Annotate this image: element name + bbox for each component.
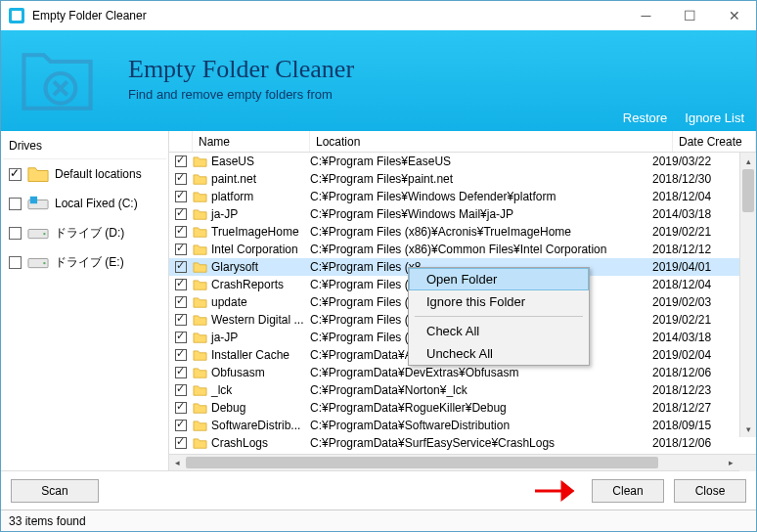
app-window: Empty Folder Cleaner ─ ☐ ✕ Empty Folder … (0, 0, 757, 532)
minimize-button[interactable]: ─ (624, 1, 668, 30)
button-bar: Scan Clean Close (1, 470, 756, 510)
row-name: Installer Cache (211, 348, 289, 362)
row-location: C:¥Program Files¥Windows Mail¥ja-JP (310, 207, 652, 221)
vertical-scrollbar[interactable]: ▴ ▾ (739, 153, 756, 437)
scroll-up-icon[interactable]: ▴ (740, 153, 756, 169)
close-button[interactable]: Close (674, 479, 746, 503)
drive-checkbox[interactable] (9, 256, 22, 269)
row-date: 2018/12/23 (652, 383, 735, 397)
scan-button[interactable]: Scan (11, 479, 99, 503)
row-name: update (211, 295, 247, 309)
table-row[interactable]: ObfusasmC:¥ProgramData¥DevExtras¥Obfusas… (169, 364, 739, 381)
row-checkbox[interactable] (175, 349, 187, 361)
scroll-down-icon[interactable]: ▾ (740, 421, 756, 437)
row-date: 2019/02/21 (652, 313, 735, 327)
drive-label: Default locations (55, 167, 142, 181)
table-row[interactable]: _lckC:¥ProgramData¥Norton¥_lck2018/12/23 (169, 381, 739, 399)
table-row[interactable]: ja-JPC:¥Program Files¥Windows Mail¥ja-JP… (169, 205, 739, 223)
scroll-left-icon[interactable]: ◂ (169, 455, 186, 470)
row-date: 2019/02/04 (652, 348, 735, 362)
drive-checkbox[interactable] (9, 227, 22, 240)
row-checkbox[interactable] (175, 261, 187, 273)
row-date: 2018/12/27 (652, 401, 735, 415)
table-row[interactable]: DebugC:¥ProgramData¥RogueKiller¥Debug201… (169, 399, 739, 417)
hscroll-thumb[interactable] (186, 457, 658, 468)
drive-item[interactable]: Local Fixed (C:) (3, 189, 166, 218)
row-checkbox[interactable] (175, 420, 187, 431)
table-row[interactable]: platformC:¥Program Files¥Windows Defende… (169, 188, 739, 205)
table-row[interactable]: EaseUSC:¥Program Files¥EaseUS2019/03/22 (169, 153, 739, 170)
folder-icon (193, 226, 207, 238)
drive-icon (27, 253, 49, 271)
row-checkbox[interactable] (175, 296, 187, 308)
folder-icon (193, 402, 207, 414)
menu-check-all[interactable]: Check All (409, 320, 589, 342)
col-location[interactable]: Location (310, 131, 673, 152)
row-date: 2018/12/06 (652, 366, 735, 379)
menu-open-folder[interactable]: Open Folder (409, 268, 589, 290)
app-icon (9, 8, 24, 23)
table-row[interactable]: CrashLogsC:¥ProgramData¥SurfEasyService¥… (169, 434, 739, 452)
row-date: 2018/12/30 (652, 172, 735, 186)
folder-icon (193, 296, 207, 308)
row-date: 2018/09/15 (652, 419, 735, 432)
body: Drives Default locationsLocal Fixed (C:)… (1, 131, 756, 470)
row-checkbox[interactable] (175, 384, 187, 396)
restore-link[interactable]: Restore (623, 111, 668, 125)
row-name: Obfusasm (211, 366, 265, 379)
row-checkbox[interactable] (175, 208, 187, 220)
header-banner: Empty Folder Cleaner Find and remove emp… (1, 30, 756, 131)
menu-uncheck-all[interactable]: Uncheck All (409, 342, 589, 365)
drive-item[interactable]: ドライブ (D:) (3, 218, 166, 247)
row-checkbox[interactable] (175, 332, 187, 343)
table-row[interactable]: TrueImageHomeC:¥Program Files (x86)¥Acro… (169, 223, 739, 241)
table-row[interactable]: Intel CorporationC:¥Program Files (x86)¥… (169, 241, 739, 258)
close-window-button[interactable]: ✕ (712, 1, 756, 30)
arrow-annotation-icon (533, 479, 577, 503)
table-row[interactable]: SoftwareDistrib...C:¥ProgramData¥Softwar… (169, 417, 739, 434)
folder-icon (193, 244, 207, 255)
svg-point-6 (43, 262, 45, 264)
folder-icon (193, 437, 207, 449)
row-checkbox[interactable] (175, 314, 187, 326)
banner-folder-icon (16, 45, 99, 118)
row-checkbox[interactable] (175, 244, 187, 255)
drive-item[interactable]: Default locations (3, 159, 166, 189)
clean-button[interactable]: Clean (592, 479, 664, 503)
col-date[interactable]: Date Create (673, 131, 756, 152)
maximize-button[interactable]: ☐ (668, 1, 712, 30)
drives-panel: Drives Default locationsLocal Fixed (C:)… (1, 131, 169, 470)
table-row[interactable]: paint.netC:¥Program Files¥paint.net2018/… (169, 170, 739, 188)
drive-item[interactable]: ドライブ (E:) (3, 247, 166, 277)
row-location: C:¥Program Files (x86)¥Acronis¥TrueImage… (310, 225, 652, 239)
row-location: C:¥Program Files¥Windows Defender¥platfo… (310, 190, 652, 203)
row-date: 2019/02/03 (652, 295, 735, 309)
row-date: 2018/12/04 (652, 278, 735, 291)
folder-icon (193, 349, 207, 361)
drive-checkbox[interactable] (9, 198, 22, 210)
row-date: 2019/02/21 (652, 225, 735, 239)
row-checkbox[interactable] (175, 367, 187, 378)
row-location: C:¥ProgramData¥SoftwareDistribution (310, 419, 652, 432)
scrollbar-corner (739, 455, 756, 471)
row-checkbox[interactable] (175, 226, 187, 238)
col-name[interactable]: Name (193, 131, 310, 152)
row-checkbox[interactable] (175, 279, 187, 290)
row-location: C:¥ProgramData¥DevExtras¥Obfusasm (310, 366, 652, 379)
row-checkbox[interactable] (175, 402, 187, 414)
scroll-right-icon[interactable]: ▸ (723, 455, 739, 470)
row-name: Glarysoft (211, 260, 258, 274)
row-checkbox[interactable] (175, 191, 187, 202)
menu-ignore-folder[interactable]: Ignore this Folder (409, 290, 589, 313)
row-name: ja-JP (211, 207, 238, 221)
drive-icon (27, 224, 49, 242)
drive-checkbox[interactable] (9, 168, 22, 181)
row-checkbox[interactable] (175, 155, 187, 167)
ignore-list-link[interactable]: Ignore List (685, 111, 744, 125)
horizontal-scrollbar[interactable]: ◂ ▸ (169, 454, 756, 470)
col-checkbox[interactable] (169, 131, 193, 152)
row-checkbox[interactable] (175, 173, 187, 185)
row-name: Debug (211, 401, 245, 415)
row-checkbox[interactable] (175, 437, 187, 449)
vscroll-thumb[interactable] (742, 169, 754, 212)
